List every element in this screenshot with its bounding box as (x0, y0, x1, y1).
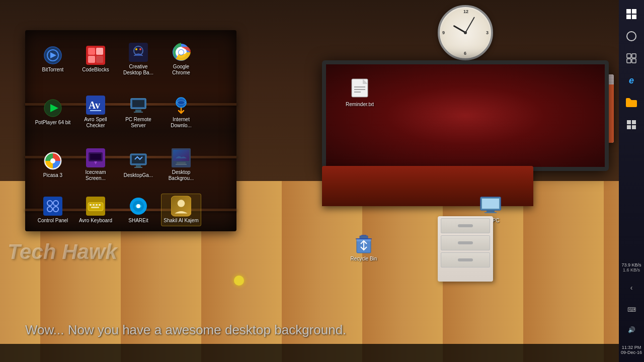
sidebar-store[interactable] (622, 116, 640, 134)
svg-rect-49 (96, 204, 98, 206)
system-date: 09-Dec-16 (621, 350, 642, 355)
tray-keyboard-icon[interactable]: ⌨ (622, 301, 640, 319)
reminder-txt-label: Reminder.txt (346, 102, 374, 108)
sidebar-search[interactable] (622, 27, 640, 45)
desktopga-icon (128, 151, 148, 171)
svg-rect-67 (360, 236, 368, 239)
svg-rect-77 (627, 120, 631, 124)
svg-rect-75 (627, 59, 631, 63)
desktop-background-icon (171, 148, 191, 168)
cabinet-handle-3 (458, 258, 473, 261)
icon-bittorrent[interactable]: BitTorrent (33, 43, 73, 75)
shakil-al-kajem-icon (171, 196, 191, 216)
cabinet-handle-2 (458, 241, 473, 244)
svg-rect-63 (487, 210, 495, 212)
icon-creative-desktop[interactable]: Creative Desktop Ba... (118, 40, 158, 78)
icon-google-chrome[interactable]: GoogleChrome (161, 40, 201, 78)
potplayer-icon (43, 98, 63, 118)
svg-point-26 (50, 158, 55, 163)
tray-icons: ⌨ 🔊 (622, 301, 640, 339)
pc-remote-server-label: PC Remote Server (120, 117, 156, 129)
svg-rect-64 (485, 212, 497, 213)
svg-rect-51 (91, 207, 99, 208)
clock-face: 12 3 6 9 (438, 5, 493, 60)
svg-rect-80 (632, 125, 636, 129)
network-download: 73.9 KB/s (621, 262, 641, 267)
avro-spell-icon: Av (86, 95, 106, 115)
creative-desktop-icon (128, 42, 148, 62)
icon-control-panel[interactable]: Control Panel (33, 194, 73, 226)
icon-reminder-txt[interactable]: Reminder.txt (342, 78, 377, 108)
filing-cabinet (438, 216, 493, 282)
svg-rect-68 (626, 9, 631, 14)
icon-desktopga[interactable]: DesktopGa... (118, 149, 158, 180)
icon-pc-remote-server[interactable]: PC Remote Server (118, 93, 158, 131)
icon-recycle-bin[interactable]: Recycle Bin (346, 234, 381, 262)
svg-rect-40 (43, 197, 62, 216)
icon-codeblocks[interactable]: CodeBlocks (75, 43, 116, 75)
system-time: 11:32 PM (621, 345, 642, 350)
clock-num-9: 9 (442, 30, 445, 35)
svg-rect-71 (632, 15, 636, 19)
google-chrome-label: GoogleChrome (172, 64, 190, 76)
recycle-bin-icon-img (355, 234, 373, 256)
svg-rect-32 (132, 155, 145, 163)
mouse-cursor (234, 276, 244, 286)
network-speed: 73.9 KB/s 1.6 KB/s (620, 260, 642, 275)
shelf-icons-container: BitTorrent CodeBlocks (25, 28, 236, 239)
icon-picasa[interactable]: Picasa 3 (33, 149, 73, 180)
monitor-frame (322, 60, 609, 171)
clock-num-6: 6 (464, 51, 466, 56)
svg-point-10 (139, 48, 141, 50)
internet-download-icon (171, 95, 191, 115)
network-upload: 1.6 KB/s (621, 267, 641, 273)
cabinet-drawer-2 (441, 235, 490, 250)
tech-hawk-watermark: Tech Hawk (8, 240, 117, 264)
svg-rect-73 (627, 54, 631, 58)
svg-rect-70 (626, 15, 631, 19)
system-time-display: 11:32 PM 09-Dec-16 (620, 343, 643, 357)
icon-desktop-background[interactable]: Desktop Backgrou... (161, 146, 201, 184)
icon-avro-spell[interactable]: Av Avro Spell Checker (75, 93, 116, 131)
icecream-screen-icon (86, 148, 106, 168)
tray-volume-icon[interactable]: 🔊 (622, 321, 640, 339)
cabinet-handle-1 (458, 224, 473, 227)
sidebar-edge[interactable]: e (622, 71, 640, 89)
control-panel-icon (43, 196, 63, 216)
internet-download-label: Internet Downlo... (163, 117, 199, 129)
clock-minute-hand (465, 17, 475, 33)
right-sidebar: e 73.9 KB/s 1.6 KB/s ‹ ⌨ 🔊 (619, 0, 644, 362)
svg-rect-29 (90, 154, 101, 160)
icon-avro-keyboard[interactable]: Avro Keyboard (75, 194, 116, 226)
icon-shakil-al-kajem[interactable]: Shakil Al Kajem (161, 194, 201, 226)
svg-rect-4 (96, 48, 103, 55)
svg-rect-6 (96, 56, 103, 63)
icecream-screen-label: Icecream Screen... (77, 169, 114, 182)
bittorrent-label: BitTorrent (42, 67, 64, 73)
svg-rect-78 (632, 120, 636, 124)
svg-rect-38 (177, 162, 186, 164)
svg-rect-47 (90, 204, 92, 206)
sidebar-expand-arrow[interactable]: ‹ (622, 279, 640, 297)
shelf-row-icons-2: PotPlayer 64 bit Av Avro Spell Checker (25, 93, 236, 131)
icon-icecream-screen[interactable]: Icecream Screen... (75, 146, 116, 184)
svg-rect-7 (129, 43, 148, 62)
sidebar-task-view[interactable] (622, 49, 640, 67)
icon-shareit[interactable]: SHAREit (118, 194, 158, 226)
svg-point-14 (179, 50, 184, 55)
sidebar-windows-start[interactable] (622, 5, 640, 23)
shelf-row-icons-3: Picasa 3 Icecream Screen... (25, 146, 236, 184)
svg-rect-62 (482, 199, 499, 209)
icon-potplayer[interactable]: PotPlayer 64 bit (33, 96, 73, 128)
svg-rect-76 (632, 59, 636, 63)
svg-rect-50 (99, 204, 101, 206)
svg-rect-74 (632, 54, 636, 58)
codeblocks-label: CodeBlocks (82, 67, 109, 73)
shakil-al-kajem-label: Shakil Al Kajem (164, 218, 198, 224)
icon-internet-download[interactable]: Internet Downlo... (161, 93, 201, 131)
cabinet-drawer-3 (441, 252, 490, 267)
sidebar-folder[interactable] (622, 94, 640, 112)
svg-rect-22 (134, 112, 143, 113)
shelf-row-icons-1: BitTorrent CodeBlocks (25, 40, 236, 78)
creative-desktop-label: Creative Desktop Ba... (120, 64, 156, 76)
